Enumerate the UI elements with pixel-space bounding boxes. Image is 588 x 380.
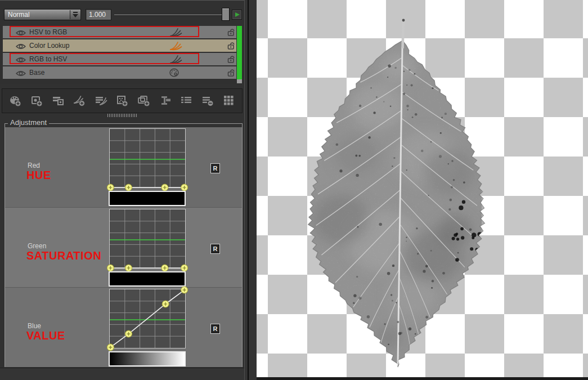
unlock-icon[interactable] xyxy=(226,41,236,53)
layer-properties-icon xyxy=(180,95,193,106)
layer-row[interactable]: HSV to RGB xyxy=(3,26,236,38)
layer-row[interactable]: Color Lookup xyxy=(3,39,236,52)
layer-row[interactable]: Base xyxy=(3,66,236,79)
opacity-slider-track[interactable] xyxy=(114,15,222,15)
opacity-slider-handle[interactable] xyxy=(222,8,230,21)
curve-gradient-strip xyxy=(109,271,186,287)
opacity-input[interactable]: 1.000 xyxy=(86,9,111,20)
unlock-icon[interactable] xyxy=(226,28,236,39)
adjustment-channel-row: BlueVALUE R xyxy=(5,287,242,367)
panel-bottom-spacer xyxy=(0,368,244,380)
play-button[interactable] xyxy=(232,10,242,20)
adjustment-channel-row: RedHUE R xyxy=(5,127,242,207)
play-icon xyxy=(235,12,240,17)
eye-icon[interactable] xyxy=(16,42,26,52)
filter-feather-icon-active xyxy=(169,41,182,53)
layer-scroll-nub xyxy=(237,79,242,83)
layer-toolbar xyxy=(2,88,243,113)
layer-name: Base xyxy=(29,69,44,77)
unlock-icon[interactable] xyxy=(226,55,236,66)
curve-gradient-strip xyxy=(109,191,186,206)
channel-reset-button[interactable]: R xyxy=(210,324,220,334)
blend-mode-value: Normal xyxy=(8,11,30,19)
adjustment-title: Adjustment xyxy=(8,118,49,127)
add-filter-mask-icon xyxy=(95,95,107,106)
leaf-image xyxy=(257,0,588,380)
layer-name: HSV to RGB xyxy=(29,28,67,36)
layer-row[interactable]: RGB to HSV xyxy=(3,53,236,65)
channel-reset-button[interactable]: R xyxy=(210,244,220,254)
layer-channel-green-bar xyxy=(237,26,242,79)
curve-editor[interactable] xyxy=(109,209,186,269)
remove-layer-button[interactable] xyxy=(197,92,218,110)
channel-annotation: VALUE xyxy=(26,329,65,342)
blend-mode-dropdown[interactable]: Normal xyxy=(4,9,81,20)
remove-layer-icon xyxy=(201,95,214,106)
layer-list: HSV to RGBColor LookupRGB to HSVBase xyxy=(0,25,244,84)
grid-view-button[interactable] xyxy=(218,92,240,110)
add-fill-layer-icon xyxy=(116,95,129,106)
opacity-value: 1.000 xyxy=(89,11,106,19)
chevron-down-icon[interactable] xyxy=(70,10,80,19)
add-paint-layer-icon xyxy=(9,95,22,106)
add-paint-layer-button[interactable] xyxy=(5,92,26,110)
add-image-layer-icon xyxy=(30,95,43,106)
layers-and-adjustment-panel: Normal 1.000 HSV to RGBColor LookupRGB t… xyxy=(0,0,244,380)
grid-view-icon xyxy=(223,95,236,106)
channel-reset-button[interactable]: R xyxy=(210,163,220,173)
canvas-bottom-edge xyxy=(257,377,588,380)
layer-split-button[interactable] xyxy=(154,92,176,110)
layer-name: RGB to HSV xyxy=(29,55,67,63)
filter-feather-icon xyxy=(169,55,182,66)
channel-label: Blue xyxy=(28,322,41,330)
layer-split-icon xyxy=(159,95,172,106)
canvas-viewport[interactable] xyxy=(257,0,588,380)
channel-annotation: HUE xyxy=(26,169,51,182)
channel-label: Red xyxy=(28,162,40,169)
add-group-layer-icon xyxy=(52,95,65,106)
filter-feather-icon xyxy=(169,28,182,39)
add-clone-layer-icon xyxy=(137,95,150,106)
adjustment-channel-row: GreenSATURATION R xyxy=(5,207,242,287)
palette-icon xyxy=(169,68,179,80)
eye-icon[interactable] xyxy=(16,29,26,39)
layer-properties-button[interactable] xyxy=(176,92,197,110)
add-group-layer-button[interactable] xyxy=(47,92,69,110)
add-filter-mask-button[interactable] xyxy=(90,92,111,110)
panel-canvas-divider[interactable] xyxy=(244,0,257,380)
add-filter-layer-icon xyxy=(73,95,86,106)
add-filter-layer-button[interactable] xyxy=(69,92,90,110)
layer-name: Color Lookup xyxy=(29,42,69,50)
panel-splitter-handle[interactable] xyxy=(107,114,137,117)
krita-color-adjustment-screen: { "blend_bar": { "mode": "Normal", "opac… xyxy=(0,0,588,380)
eye-icon[interactable] xyxy=(16,56,26,66)
channel-annotation: SATURATION xyxy=(26,249,101,262)
unlock-icon[interactable] xyxy=(226,68,236,80)
adjustment-body: RedHUE RGreenSATURATION xyxy=(5,127,242,367)
curve-editor[interactable] xyxy=(109,128,186,188)
eye-icon[interactable] xyxy=(16,69,26,79)
curve-editor[interactable] xyxy=(109,289,186,348)
add-clone-layer-button[interactable] xyxy=(133,92,154,110)
add-fill-layer-button[interactable] xyxy=(111,92,133,110)
add-image-layer-button[interactable] xyxy=(26,92,47,110)
channel-label: Green xyxy=(28,242,46,250)
curve-gradient-strip xyxy=(109,351,186,366)
